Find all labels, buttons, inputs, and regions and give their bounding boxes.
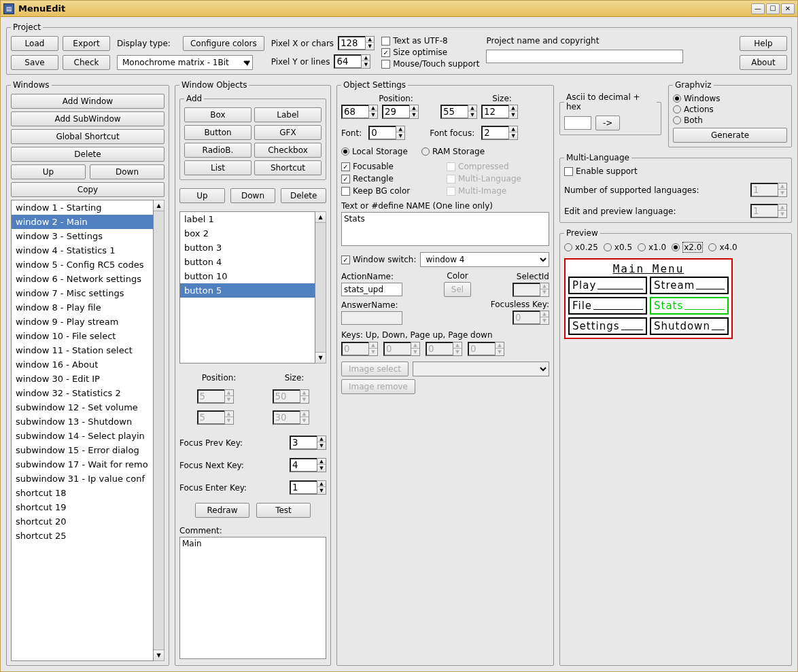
window-switch-select[interactable]: window 4 — [420, 252, 549, 267]
window-switch-check[interactable]: ✓Window switch: — [341, 255, 416, 264]
list-item[interactable]: button 10 — [180, 269, 315, 283]
list-item[interactable]: window 7 - Misc settings — [12, 286, 153, 300]
copy-window-button[interactable]: Copy — [11, 182, 164, 197]
list-item[interactable]: label 1 — [180, 212, 315, 226]
list-item[interactable]: window 4 - Statistics 1 — [12, 243, 153, 258]
zoom-05-radio[interactable]: x0.5 — [604, 243, 632, 252]
graphviz-actions-radio[interactable]: Actions — [673, 105, 787, 114]
mouse-touch-check[interactable]: Mouse/Touch support — [381, 59, 479, 69]
list-item[interactable]: button 5 — [180, 283, 315, 298]
add-box-button[interactable]: Box — [184, 107, 251, 122]
list-item[interactable]: window 8 - Play file — [12, 300, 153, 315]
objects-scrollbar[interactable]: ▲▼ — [315, 211, 326, 364]
list-item[interactable]: window 11 - Station select — [12, 343, 153, 357]
pixel-y-spinner[interactable]: ▲▼ — [334, 54, 370, 69]
enable-mlang-check[interactable]: Enable support — [564, 166, 787, 176]
list-item[interactable]: window 5 - Config RC5 codes — [12, 258, 153, 272]
objects-list[interactable]: label 1box 2button 3button 4button 10but… — [179, 211, 315, 364]
configure-colors-button[interactable]: Configure colors — [183, 36, 264, 51]
list-item[interactable]: window 30 - Edit IP — [12, 372, 153, 386]
size-optimise-check[interactable]: ✓Size optimise — [381, 48, 479, 57]
focus-prev-spinner[interactable]: ▲▼ — [290, 436, 326, 450]
utf8-check[interactable]: Text as UTF-8 — [381, 36, 479, 46]
list-item[interactable]: window 1 - Starting — [12, 200, 153, 215]
keep-bg-check[interactable]: Keep BG color — [341, 186, 444, 196]
list-item[interactable]: shortcut 25 — [12, 529, 153, 543]
ascii-input[interactable] — [564, 116, 591, 130]
test-button[interactable]: Test — [256, 503, 311, 518]
add-radiob-button[interactable]: RadioB. — [184, 143, 251, 158]
zoom-025-radio[interactable]: x0.25 — [564, 243, 598, 252]
text-define-input[interactable] — [341, 212, 549, 246]
graphviz-windows-radio[interactable]: Windows — [673, 94, 787, 103]
windows-list[interactable]: window 1 - Startingwindow 2 - Mainwindow… — [11, 200, 154, 661]
maximize-button[interactable]: ☐ — [766, 3, 780, 14]
font-focus-spinner[interactable]: ▲▼ — [481, 126, 518, 140]
list-item[interactable]: subwindow 17 - Wait for remo — [12, 457, 153, 472]
display-type-select[interactable]: Monochrome matrix - 1Bit — [117, 55, 253, 70]
graphviz-both-radio[interactable]: Both — [673, 116, 787, 125]
list-item[interactable]: window 9 - Play stream — [12, 315, 153, 329]
add-label-button[interactable]: Label — [254, 107, 322, 122]
window-down-button[interactable]: Down — [90, 164, 164, 179]
font-spinner[interactable]: ▲▼ — [368, 126, 405, 140]
project-name-input[interactable] — [486, 50, 683, 63]
add-gfx-button[interactable]: GFX — [254, 125, 322, 140]
add-window-button[interactable]: Add Window — [11, 94, 164, 109]
rectangle-check[interactable]: ✓Rectangle — [341, 174, 444, 183]
list-item[interactable]: subwindow 15 - Error dialog — [12, 443, 153, 457]
windows-scrollbar[interactable]: ▲▼ — [154, 200, 164, 661]
action-name-input[interactable] — [341, 283, 402, 296]
list-item[interactable]: window 16 - About — [12, 357, 153, 372]
zoom-40-radio[interactable]: x4.0 — [708, 243, 737, 252]
list-item[interactable]: button 3 — [180, 241, 315, 255]
add-list-button[interactable]: List — [184, 160, 251, 175]
ascii-convert-button[interactable]: -> — [595, 116, 620, 130]
up-arrow-icon[interactable]: ▲ — [366, 37, 374, 43]
ram-storage-radio[interactable]: RAM Storage — [421, 147, 485, 156]
check-button[interactable]: Check — [63, 55, 110, 70]
set-size-w[interactable]: ▲▼ — [440, 105, 477, 119]
list-item[interactable]: box 2 — [180, 226, 315, 241]
list-item[interactable]: subwindow 12 - Set volume — [12, 400, 153, 414]
list-item[interactable]: shortcut 20 — [12, 514, 153, 529]
redraw-button[interactable]: Redraw — [195, 503, 249, 518]
focusable-check[interactable]: ✓Focusable — [341, 162, 444, 171]
window-up-button[interactable]: Up — [11, 164, 86, 179]
down-arrow-icon[interactable]: ▼ — [366, 43, 374, 49]
set-pos-y[interactable]: ▲▼ — [382, 105, 419, 119]
zoom-10-radio[interactable]: x1.0 — [638, 243, 666, 252]
comment-textarea[interactable] — [179, 537, 326, 659]
about-button[interactable]: About — [740, 55, 787, 70]
export-button[interactable]: Export — [63, 36, 110, 51]
list-item[interactable]: shortcut 19 — [12, 500, 153, 514]
list-item[interactable]: subwindow 31 - Ip value conf — [12, 472, 153, 486]
list-item[interactable]: window 2 - Main — [12, 215, 153, 229]
list-item[interactable]: window 6 - Network settings — [12, 272, 153, 286]
list-item[interactable]: shortcut 18 — [12, 486, 153, 500]
add-subwindow-button[interactable]: Add SubWindow — [11, 111, 164, 126]
object-delete-button[interactable]: Delete — [281, 188, 326, 203]
list-item[interactable]: button 4 — [180, 255, 315, 269]
list-item[interactable]: window 32 - Statistics 2 — [12, 386, 153, 400]
focus-next-spinner[interactable]: ▲▼ — [290, 458, 326, 472]
help-button[interactable]: Help — [740, 36, 787, 51]
list-item[interactable]: window 10 - File select — [12, 329, 153, 343]
save-button[interactable]: Save — [11, 55, 58, 70]
local-storage-radio[interactable]: Local Storage — [341, 147, 408, 156]
add-button-button[interactable]: Button — [184, 125, 251, 140]
load-button[interactable]: Load — [11, 36, 58, 51]
list-item[interactable]: window 3 - Settings — [12, 229, 153, 243]
minimize-button[interactable]: — — [751, 3, 765, 14]
object-down-button[interactable]: Down — [230, 188, 276, 203]
close-button[interactable]: ✕ — [781, 3, 795, 14]
set-pos-x[interactable]: ▲▼ — [341, 105, 378, 119]
pixel-x-spinner[interactable]: ▲▼ — [338, 36, 375, 50]
zoom-20-radio[interactable]: x2.0 — [672, 242, 703, 253]
set-size-h[interactable]: ▲▼ — [481, 105, 518, 119]
list-item[interactable]: subwindow 13 - Shutdown — [12, 414, 153, 429]
add-checkbox-button[interactable]: Checkbox — [254, 143, 322, 158]
delete-window-button[interactable]: Delete — [11, 147, 164, 162]
focus-enter-spinner[interactable]: ▲▼ — [290, 480, 326, 495]
global-shortcut-button[interactable]: Global Shortcut — [11, 129, 164, 144]
